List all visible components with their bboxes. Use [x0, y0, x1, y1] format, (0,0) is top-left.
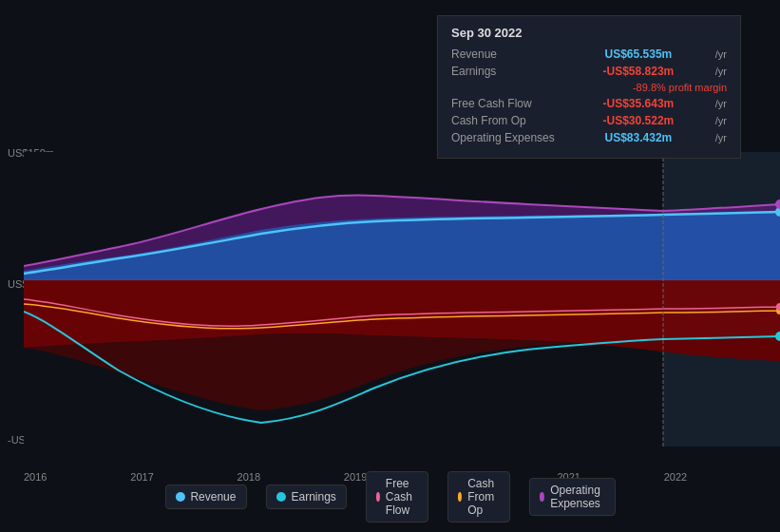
legend-dot-opex [540, 492, 544, 502]
tooltip-label-opex: Operating Expenses [451, 131, 565, 144]
legend-label-opex: Operating Expenses [550, 484, 604, 510]
legend-dot-cashfromop [458, 492, 462, 502]
legend: Revenue Earnings Free Cash Flow Cash Fro… [164, 471, 615, 522]
tooltip-label-fcf: Free Cash Flow [451, 97, 565, 110]
legend-item-opex[interactable]: Operating Expenses [529, 478, 616, 516]
legend-label-revenue: Revenue [190, 490, 236, 504]
legend-dot-earnings [276, 492, 285, 502]
legend-item-revenue[interactable]: Revenue [164, 484, 246, 509]
tooltip-row-earnings: Earnings -US$58.823m /yr [451, 65, 727, 78]
x-label-2016: 2016 [24, 471, 47, 483]
tooltip-panel: Sep 30 2022 Revenue US$65.535m /yr Earni… [437, 15, 741, 159]
tooltip-row-fcf: Free Cash Flow -US$35.643m /yr [451, 97, 727, 110]
legend-item-cashfromop[interactable]: Cash From Op [447, 471, 510, 522]
legend-label-cashfromop: Cash From Op [467, 477, 500, 517]
tooltip-row-cashfromop: Cash From Op -US$30.522m /yr [451, 114, 727, 127]
tooltip-label-earnings: Earnings [451, 65, 565, 78]
tooltip-date: Sep 30 2022 [451, 26, 727, 40]
x-label-2022: 2022 [664, 471, 687, 483]
tooltip-label-revenue: Revenue [451, 48, 565, 61]
chart-svg [24, 152, 780, 446]
tooltip-row-opex: Operating Expenses US$83.432m /yr [451, 131, 727, 144]
profit-margin-row: -89.8% profit margin [451, 82, 727, 93]
legend-label-earnings: Earnings [291, 490, 335, 504]
tooltip-label-cashfromop: Cash From Op [451, 114, 565, 127]
profit-margin-badge: -89.8% profit margin [633, 82, 727, 93]
tooltip-value-cashfromop: -US$30.522m [603, 114, 675, 127]
x-label-2017: 2017 [130, 471, 153, 483]
legend-label-fcf: Free Cash Flow [386, 477, 418, 517]
tooltip-value-opex: US$83.432m [605, 131, 673, 144]
legend-item-earnings[interactable]: Earnings [265, 484, 346, 509]
tooltip-value-fcf: -US$35.643m [603, 97, 675, 110]
tooltip-value-revenue: US$65.535m [605, 48, 673, 61]
tooltip-row-revenue: Revenue US$65.535m /yr [451, 48, 727, 61]
legend-item-fcf[interactable]: Free Cash Flow [366, 471, 428, 522]
legend-dot-fcf [376, 492, 380, 502]
legend-dot-revenue [175, 492, 184, 502]
tooltip-value-earnings: -US$58.823m [603, 65, 675, 78]
